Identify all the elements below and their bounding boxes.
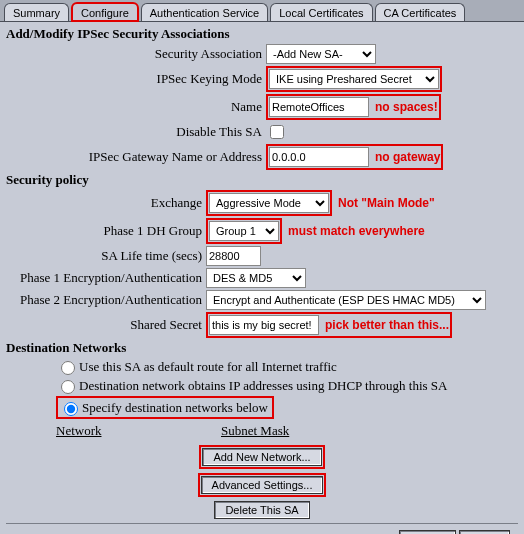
tab-configure[interactable]: Configure: [71, 2, 139, 22]
label-sa-life: SA Life time (secs): [6, 248, 206, 264]
delete-sa-button[interactable]: Delete This SA: [214, 501, 309, 519]
select-exchange[interactable]: Aggressive Mode: [209, 193, 329, 213]
label-disable: Disable This SA: [6, 124, 266, 140]
tab-summary[interactable]: Summary: [4, 3, 69, 21]
add-network-button[interactable]: Add New Network...: [202, 448, 321, 466]
radio-specify-below[interactable]: [64, 402, 78, 416]
label-exchange: Exchange: [6, 195, 206, 211]
input-name[interactable]: [269, 97, 369, 117]
column-network: Network: [56, 423, 221, 439]
label-sa: Security Association: [6, 46, 266, 62]
label-p1enc: Phase 1 Encryption/Authentication: [6, 270, 206, 286]
input-sa-life[interactable]: [206, 246, 261, 266]
annotation-name: no spaces!: [375, 100, 438, 114]
select-dh[interactable]: Group 1: [209, 221, 279, 241]
label-name: Name: [6, 99, 266, 115]
update-button[interactable]: Update: [399, 530, 456, 534]
radio-dhcp-label: Destination network obtains IP addresses…: [79, 378, 447, 394]
page-title: Add/Modify IPSec Security Associations: [6, 26, 518, 42]
annotation-dh: must match everywhere: [288, 224, 425, 238]
select-sa[interactable]: -Add New SA-: [266, 44, 376, 64]
tab-bar: Summary Configure Authentication Service…: [0, 0, 524, 22]
tab-local-certs[interactable]: Local Certificates: [270, 3, 372, 21]
label-dh: Phase 1 DH Group: [6, 223, 206, 239]
annotation-gateway: no gateway: [375, 150, 440, 164]
select-keying[interactable]: IKE using Preshared Secret: [269, 69, 439, 89]
radio-default-route[interactable]: [61, 361, 75, 375]
tab-ca-certs[interactable]: CA Certificates: [375, 3, 466, 21]
radio-specify-below-label: Specify destination networks below: [82, 400, 268, 416]
security-policy-title: Security policy: [6, 172, 518, 188]
label-gateway: IPSec Gateway Name or Address: [6, 149, 266, 165]
radio-default-route-label: Use this SA as default route for all Int…: [79, 359, 337, 375]
annotation-exchange: Not "Main Mode": [338, 196, 435, 210]
label-keying: IPSec Keying Mode: [6, 71, 266, 87]
advanced-settings-button[interactable]: Advanced Settings...: [201, 476, 324, 494]
dest-networks-title: Destination Networks: [6, 340, 518, 356]
label-p2enc: Phase 2 Encryption/Authentication: [6, 292, 206, 308]
annotation-secret: pick better than this...: [325, 318, 449, 332]
radio-dhcp[interactable]: [61, 380, 75, 394]
reset-button[interactable]: Reset: [459, 530, 510, 534]
checkbox-disable[interactable]: [270, 125, 284, 139]
select-p1enc[interactable]: DES & MD5: [206, 268, 306, 288]
input-gateway[interactable]: [269, 147, 369, 167]
column-subnet: Subnet Mask: [221, 423, 289, 439]
label-secret: Shared Secret: [6, 317, 206, 333]
tab-auth-service[interactable]: Authentication Service: [141, 3, 268, 21]
input-secret[interactable]: [209, 315, 319, 335]
select-p2enc[interactable]: Encrypt and Authenticate (ESP DES HMAC M…: [206, 290, 486, 310]
